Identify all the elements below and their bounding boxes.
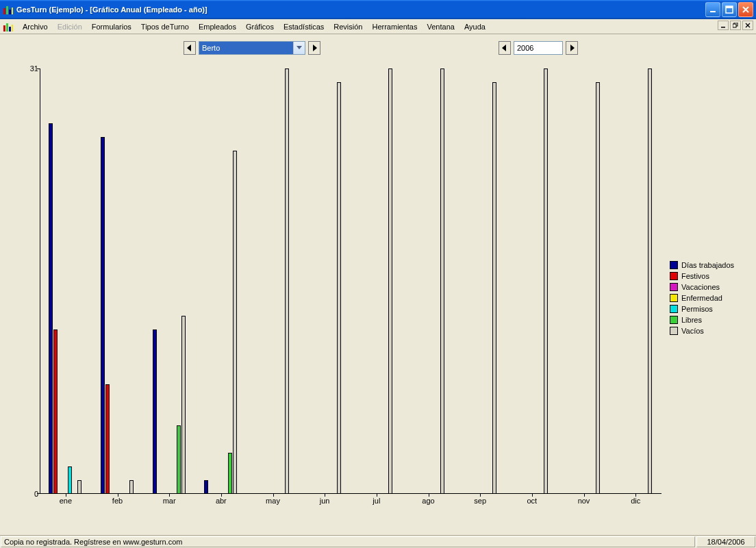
x-tick-label: mar <box>163 497 176 505</box>
legend-label: Vacaciones <box>681 283 720 291</box>
x-tick-label: ago <box>422 497 434 505</box>
menu-estadísticas[interactable]: Estadísticas <box>279 21 329 32</box>
bar <box>233 151 237 494</box>
menu-ventana[interactable]: Ventana <box>423 21 459 32</box>
employee-select-value: Berto <box>199 42 293 54</box>
bar <box>285 68 289 494</box>
legend-item: Permisos <box>670 305 751 313</box>
minimize-button[interactable] <box>705 2 720 17</box>
x-tick-label: dic <box>631 497 640 505</box>
statusbar: Copia no registrada. Regístrese en www.g… <box>0 535 756 548</box>
legend-label: Permisos <box>681 305 713 313</box>
bar <box>153 329 157 494</box>
legend-item: Vacíos <box>670 327 751 335</box>
bar <box>68 466 72 494</box>
chevron-down-icon <box>293 42 305 54</box>
bar <box>77 480 81 494</box>
svg-rect-3 <box>12 8 13 14</box>
legend-item: Días trabajados <box>670 261 751 269</box>
status-date: 18/04/2006 <box>696 536 755 547</box>
legend-swatch <box>670 305 678 313</box>
bar <box>129 480 134 494</box>
bar <box>440 68 444 494</box>
bar <box>388 68 392 494</box>
legend-item: Libres <box>670 316 751 324</box>
x-tick-label: nov <box>578 497 590 505</box>
legend-label: Libres <box>681 316 702 324</box>
legend-swatch <box>670 283 678 291</box>
svg-rect-7 <box>3 25 5 32</box>
employee-prev-button[interactable] <box>184 41 196 55</box>
window-titlebar: GesTurn (Ejemplo) - [Gráfico Anual (Empl… <box>0 0 756 19</box>
legend-swatch <box>670 327 678 335</box>
y-tick-label: 0 <box>34 490 38 498</box>
menubar-app-icon <box>3 21 14 32</box>
x-tick-label: abr <box>216 497 227 505</box>
legend-label: Vacíos <box>681 327 704 335</box>
menu-ayuda[interactable]: Ayuda <box>459 21 490 32</box>
window-title: GesTurn (Ejemplo) - [Gráfico Anual (Empl… <box>16 5 705 14</box>
x-tick-label: ene <box>60 497 72 505</box>
svg-rect-1 <box>6 6 8 14</box>
menu-revisión[interactable]: Revisión <box>329 21 367 32</box>
x-tick-label: may <box>266 497 280 505</box>
chart-area: Berto 2006 031enefebmarabrmayjunjulagose… <box>0 34 756 535</box>
menu-gráficos[interactable]: Gráficos <box>241 21 279 32</box>
svg-rect-9 <box>9 27 11 32</box>
employee-next-button[interactable] <box>308 41 320 55</box>
mdi-close-button[interactable] <box>742 21 753 30</box>
bar <box>181 316 186 494</box>
svg-rect-4 <box>710 11 716 12</box>
y-axis <box>40 68 40 494</box>
bar <box>648 68 652 494</box>
year-next-button[interactable] <box>566 41 578 55</box>
bar <box>492 82 496 494</box>
bar <box>49 123 53 494</box>
menu-archivo[interactable]: Archivo <box>18 21 53 32</box>
svg-rect-8 <box>6 23 8 32</box>
mdi-restore-button[interactable] <box>730 21 741 30</box>
bar <box>105 384 110 494</box>
bar <box>337 82 341 494</box>
svg-rect-0 <box>3 8 5 14</box>
legend-label: Días trabajados <box>681 261 734 269</box>
status-message: Copia no registrada. Regístrese en www.g… <box>1 536 695 547</box>
menu-edición: Edición <box>53 21 87 32</box>
legend-swatch <box>670 316 678 324</box>
svg-rect-11 <box>721 27 725 28</box>
year-input[interactable]: 2006 <box>514 41 563 55</box>
svg-rect-6 <box>726 6 733 8</box>
menu-tipos deturno[interactable]: Tipos deTurno <box>136 21 194 32</box>
x-tick-label: feb <box>112 497 123 505</box>
legend-label: Enfermedad <box>681 294 722 302</box>
maximize-button[interactable] <box>722 2 737 17</box>
bar <box>177 425 181 494</box>
svg-rect-10 <box>12 25 13 32</box>
close-button[interactable] <box>738 2 753 17</box>
menu-empleados[interactable]: Empleados <box>194 21 241 32</box>
bar <box>228 453 232 494</box>
app-icon <box>3 4 14 15</box>
bar <box>53 329 58 494</box>
menu-herramientas[interactable]: Herramientas <box>367 21 422 32</box>
svg-rect-2 <box>9 10 11 14</box>
chart-plot: 031enefebmarabrmayjunjulagosepoctnovdic <box>40 68 662 494</box>
bar <box>544 68 548 494</box>
employee-select[interactable]: Berto <box>199 41 305 55</box>
legend-swatch <box>670 294 678 302</box>
x-tick-label: sep <box>474 497 486 505</box>
menu-formularios[interactable]: Formularios <box>87 21 136 32</box>
chart-legend: Días trabajadosFestivosVacacionesEnferme… <box>670 261 751 338</box>
bar <box>204 480 208 494</box>
legend-swatch <box>670 272 678 280</box>
bar <box>596 82 600 494</box>
legend-swatch <box>670 261 678 269</box>
legend-item: Enfermedad <box>670 294 751 302</box>
menubar: ArchivoEdiciónFormulariosTipos deTurnoEm… <box>0 19 756 34</box>
x-tick-label: jun <box>320 497 330 505</box>
year-prev-button[interactable] <box>499 41 511 55</box>
legend-item: Vacaciones <box>670 283 751 291</box>
legend-item: Festivos <box>670 272 751 280</box>
mdi-minimize-button[interactable] <box>718 21 729 30</box>
legend-label: Festivos <box>681 272 709 280</box>
